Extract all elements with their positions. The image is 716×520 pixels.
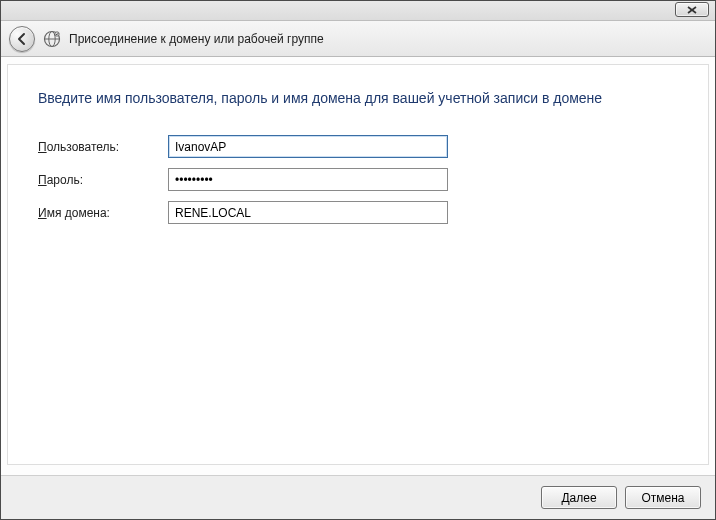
network-icon bbox=[43, 30, 61, 48]
instruction-text: Введите имя пользователя, пароль и имя д… bbox=[38, 89, 678, 107]
next-button[interactable]: Далее bbox=[541, 486, 617, 509]
password-label: Пароль: bbox=[38, 173, 168, 187]
cancel-button[interactable]: Отмена bbox=[625, 486, 701, 509]
wizard-window: Присоединение к домену или рабочей групп… bbox=[0, 0, 716, 520]
titlebar bbox=[1, 1, 715, 21]
wizard-footer: Далее Отмена bbox=[1, 475, 715, 519]
arrow-left-icon bbox=[15, 32, 29, 46]
username-row: Пользователь: bbox=[38, 135, 678, 158]
username-label: Пользователь: bbox=[38, 140, 168, 154]
wizard-header: Присоединение к домену или рабочей групп… bbox=[1, 21, 715, 57]
wizard-title: Присоединение к домену или рабочей групп… bbox=[69, 32, 324, 46]
password-input[interactable] bbox=[168, 168, 448, 191]
back-button[interactable] bbox=[9, 26, 35, 52]
domain-label: Имя домена: bbox=[38, 206, 168, 220]
window-close-button[interactable] bbox=[675, 2, 709, 17]
wizard-body: Введите имя пользователя, пароль и имя д… bbox=[7, 64, 709, 465]
domain-input[interactable] bbox=[168, 201, 448, 224]
password-row: Пароль: bbox=[38, 168, 678, 191]
close-icon bbox=[686, 6, 698, 14]
domain-row: Имя домена: bbox=[38, 201, 678, 224]
username-input[interactable] bbox=[168, 135, 448, 158]
